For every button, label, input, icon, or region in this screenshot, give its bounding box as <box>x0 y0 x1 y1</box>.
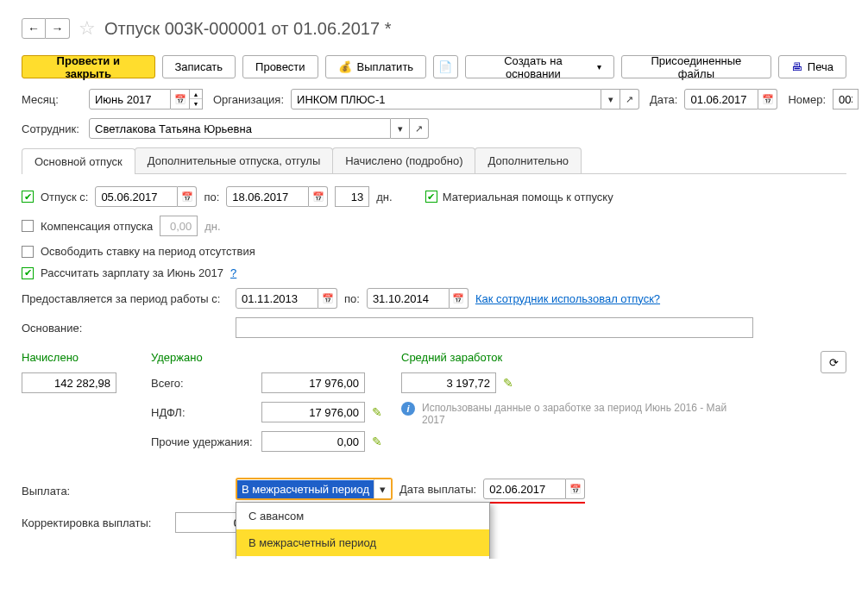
month-picker-button[interactable]: 📅 <box>171 89 190 110</box>
month-label: Месяц: <box>22 93 82 106</box>
withheld-header: Удержано <box>151 351 384 364</box>
employee-open-button[interactable]: ↗ <box>410 118 429 139</box>
calc-salary-help[interactable]: ? <box>230 266 236 279</box>
period-label: Предоставляется за период работы с: <box>22 292 229 305</box>
compensation-input[interactable] <box>160 216 198 236</box>
days-input[interactable] <box>335 186 369 207</box>
compensation-label: Компенсация отпуска <box>41 220 153 233</box>
payment-label: Выплата: <box>22 485 229 497</box>
ndfl-value[interactable] <box>261 402 365 422</box>
payment-date-label: Дата выплаты: <box>399 483 476 496</box>
pay-button[interactable]: 💰Выплатить <box>325 55 427 78</box>
money-icon: 💰 <box>338 60 352 73</box>
employee-label: Сотрудник: <box>22 122 82 135</box>
save-button[interactable]: Записать <box>162 55 236 78</box>
accrued-header: Начислено <box>22 351 134 364</box>
org-dropdown-button[interactable]: ▾ <box>601 89 620 110</box>
payment-date-input[interactable] <box>483 479 566 499</box>
total-value[interactable] <box>261 372 365 393</box>
favorite-icon[interactable]: ☆ <box>79 17 96 40</box>
refresh-button[interactable]: ⟳ <box>821 351 846 373</box>
correction-label: Корректировка выплаты: <box>22 516 168 529</box>
calc-salary-checkbox[interactable]: ✔ <box>22 267 34 279</box>
vacation-to-label: по: <box>204 191 219 203</box>
org-input[interactable] <box>291 89 601 110</box>
document-button[interactable]: 📄 <box>433 55 458 78</box>
payment-select[interactable]: В межрасчетный период ▾ <box>236 478 393 500</box>
date-input[interactable] <box>684 89 758 110</box>
post-button[interactable]: Провести <box>242 55 318 78</box>
month-input[interactable] <box>89 89 171 110</box>
period-to-label: по: <box>344 292 360 305</box>
period-to-input[interactable] <box>367 288 450 309</box>
employee-input[interactable] <box>89 118 391 139</box>
basis-label: Основание: <box>22 322 229 335</box>
other-value[interactable] <box>261 431 365 452</box>
number-label: Номер: <box>788 93 826 106</box>
avg-earn-header: Средний заработок <box>401 351 803 364</box>
month-down-button[interactable]: ▼ <box>190 99 202 109</box>
financial-help-label: Материальная помощь к отпуску <box>443 191 613 203</box>
nav-back-button[interactable]: ← <box>22 18 46 39</box>
printer-icon: 🖶 <box>791 60 802 73</box>
tab-accrued[interactable]: Начислено (подробно) <box>332 147 475 173</box>
page-title: Отпуск 003К-000001 от 01.06.2017 * <box>104 19 391 39</box>
financial-help-checkbox[interactable]: ✔ <box>425 191 437 203</box>
period-from-picker[interactable]: 📅 <box>318 288 337 309</box>
employee-dropdown-button[interactable]: ▾ <box>391 118 410 139</box>
vacation-from-label: Отпуск с: <box>41 191 88 203</box>
payment-option-interpay[interactable]: В межрасчетный период <box>236 529 489 556</box>
payment-date-picker[interactable]: 📅 <box>566 479 585 499</box>
payment-option-advance[interactable]: С авансом <box>236 503 489 529</box>
edit-ndfl-icon[interactable]: ✎ <box>372 405 382 419</box>
print-button[interactable]: 🖶Печа <box>778 55 846 78</box>
vacation-to-input[interactable] <box>226 186 309 207</box>
release-rate-checkbox[interactable] <box>22 246 34 258</box>
date-label: Дата: <box>650 93 677 106</box>
tab-main-vacation[interactable]: Основной отпуск <box>22 148 135 174</box>
avg-earn-value[interactable] <box>401 372 496 393</box>
payment-dropdown-button[interactable]: ▾ <box>374 479 391 498</box>
nav-forward-button[interactable]: → <box>46 18 70 39</box>
edit-avg-icon[interactable]: ✎ <box>503 376 513 390</box>
usage-link[interactable]: Как сотрудник использовал отпуск? <box>475 292 660 305</box>
calc-salary-label: Рассчитать зарплату за Июнь 2017 <box>41 266 223 279</box>
org-label: Организация: <box>213 93 284 106</box>
other-label: Прочие удержания: <box>151 435 255 448</box>
compensation-suffix: дн. <box>204 220 220 233</box>
info-icon: i <box>401 402 415 416</box>
vacation-checkbox[interactable]: ✔ <box>22 191 34 203</box>
compensation-checkbox[interactable] <box>22 220 34 232</box>
basis-input[interactable] <box>236 317 753 338</box>
create-based-button[interactable]: Создать на основании <box>465 55 614 78</box>
payment-dropdown-menu: С авансом В межрасчетный период С зарпла… <box>236 502 490 559</box>
payment-option-salary[interactable]: С зарплатой <box>236 556 489 559</box>
number-input[interactable] <box>833 89 859 110</box>
accrued-value[interactable] <box>22 372 116 393</box>
vacation-from-input[interactable] <box>95 186 178 207</box>
vacation-from-picker[interactable]: 📅 <box>178 186 197 207</box>
edit-other-icon[interactable]: ✎ <box>372 435 382 448</box>
tab-extra[interactable]: Дополнительно <box>475 147 582 173</box>
month-up-button[interactable]: ▲ <box>190 90 202 99</box>
attached-files-button[interactable]: Присоединенные файлы <box>621 55 771 78</box>
post-and-close-button[interactable]: Провести и закрыть <box>22 55 155 78</box>
total-label: Всего: <box>151 377 255 390</box>
ndfl-label: НДФЛ: <box>151 406 255 419</box>
org-open-button[interactable]: ↗ <box>620 89 639 110</box>
date-picker-button[interactable]: 📅 <box>758 89 777 110</box>
release-rate-label: Освободить ставку на период отсутствия <box>41 245 255 258</box>
info-text: Использованы данные о заработке за перио… <box>422 402 733 426</box>
payment-select-value: В межрасчетный период <box>237 480 374 498</box>
period-to-picker[interactable]: 📅 <box>450 288 469 309</box>
period-from-input[interactable] <box>236 288 318 309</box>
tab-additional[interactable]: Дополнительные отпуска, отгулы <box>135 147 334 173</box>
vacation-to-picker[interactable]: 📅 <box>309 186 328 207</box>
days-suffix: дн. <box>376 191 392 203</box>
document-icon: 📄 <box>438 60 452 73</box>
